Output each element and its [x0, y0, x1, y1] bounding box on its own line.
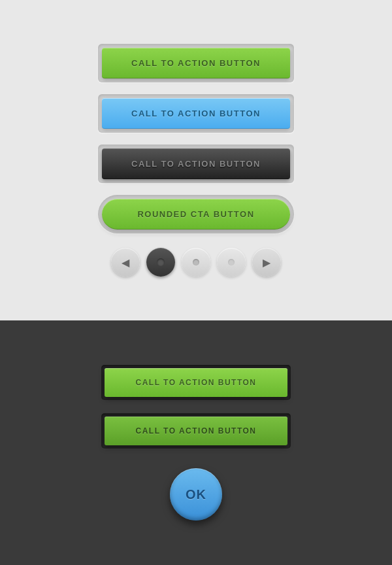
black-cta-button[interactable]: CALL TO ACTION BUTTON: [102, 148, 290, 179]
blue-button-wrapper: CALL TO ACTION BUTTON: [98, 94, 294, 133]
page-dot-2[interactable]: [182, 248, 210, 277]
active-dot-indicator: [157, 258, 165, 266]
dot-indicator-3: [228, 259, 235, 265]
page-dot-3[interactable]: [217, 248, 246, 277]
top-section: CALL TO ACTION BUTTON CALL TO ACTION BUT…: [0, 0, 392, 320]
blue-cta-button[interactable]: CALL TO ACTION BUTTON: [102, 98, 290, 129]
green-button-wrapper: CALL TO ACTION BUTTON: [98, 44, 294, 82]
next-button[interactable]: ▶: [252, 248, 281, 277]
dot-indicator-2: [193, 259, 199, 265]
dark-green-wrapper-2: CALL TO ACTION BUTTON: [101, 413, 291, 449]
pagination: ◀ ▶: [111, 248, 281, 277]
dark-green-cta-button-2[interactable]: CALL TO ACTION BUTTON: [105, 417, 287, 445]
green-cta-button[interactable]: CALL TO ACTION BUTTON: [102, 48, 290, 78]
prev-button[interactable]: ◀: [111, 248, 140, 277]
rounded-button-wrapper: ROUNDED CTA BUTTON: [98, 195, 294, 233]
ok-circle-button[interactable]: OK: [170, 468, 222, 521]
dark-green-cta-button-1[interactable]: CALL TO ACTION BUTTON: [105, 368, 287, 397]
ok-button-label: OK: [186, 487, 206, 502]
dark-green-wrapper-1: CALL TO ACTION BUTTON: [101, 365, 291, 400]
rounded-cta-button[interactable]: ROUNDED CTA BUTTON: [102, 199, 290, 230]
bottom-section: CALL TO ACTION BUTTON CALL TO ACTION BUT…: [0, 320, 392, 565]
black-button-wrapper: CALL TO ACTION BUTTON: [98, 145, 294, 183]
page-dot-1-active[interactable]: [146, 248, 175, 277]
